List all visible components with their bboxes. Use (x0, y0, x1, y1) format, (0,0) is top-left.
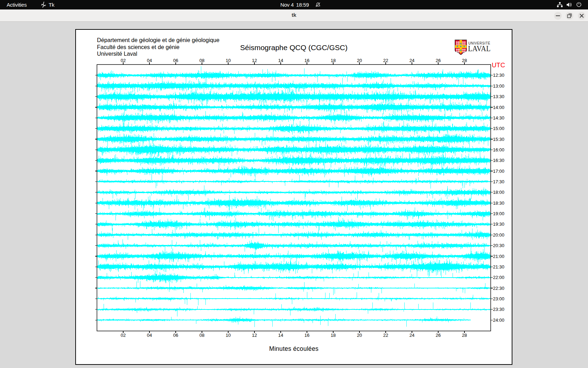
svg-text:20: 20 (357, 58, 362, 63)
svg-text:26: 26 (436, 333, 441, 338)
svg-text:Séismographe QCQ (CGC/GSC): Séismographe QCQ (CGC/GSC) (240, 43, 348, 52)
svg-text:04: 04 (147, 58, 152, 63)
svg-text:20: 20 (357, 333, 362, 338)
svg-text:10: 10 (226, 58, 231, 63)
svg-text:17:30: 17:30 (493, 179, 505, 184)
svg-text:14: 14 (278, 58, 283, 63)
svg-text:22:30: 22:30 (493, 286, 505, 291)
svg-text:21:30: 21:30 (493, 264, 505, 270)
svg-text:04: 04 (147, 333, 152, 338)
svg-text:16:00: 16:00 (493, 147, 505, 152)
svg-text:18:00: 18:00 (493, 190, 505, 195)
svg-text:06: 06 (173, 333, 178, 338)
svg-text:Université Laval: Université Laval (97, 50, 137, 57)
svg-text:13:30: 13:30 (493, 94, 505, 99)
svg-text:14:00: 14:00 (493, 105, 505, 110)
svg-text:12:30: 12:30 (493, 73, 505, 78)
svg-text:18:30: 18:30 (493, 200, 505, 206)
svg-text:21:00: 21:00 (493, 254, 505, 259)
svg-text:08: 08 (200, 333, 204, 338)
svg-text:18: 18 (331, 58, 336, 63)
svg-text:08: 08 (200, 58, 204, 63)
svg-text:02: 02 (121, 58, 126, 63)
svg-text:20:00: 20:00 (493, 232, 505, 238)
svg-text:17:00: 17:00 (493, 169, 505, 174)
svg-text:26: 26 (436, 58, 441, 63)
svg-text:20:30: 20:30 (493, 243, 505, 248)
svg-text:16: 16 (304, 333, 309, 338)
svg-text:12: 12 (252, 333, 257, 338)
svg-text:22: 22 (383, 58, 388, 63)
svg-text:24:00: 24:00 (493, 318, 505, 323)
svg-text:22:00: 22:00 (493, 275, 505, 280)
svg-text:15:30: 15:30 (493, 137, 505, 142)
svg-text:12: 12 (252, 58, 257, 63)
svg-text:23:30: 23:30 (493, 307, 505, 312)
svg-text:14: 14 (278, 333, 283, 338)
svg-text:16:30: 16:30 (493, 158, 505, 163)
svg-text:10: 10 (226, 333, 231, 338)
svg-text:22: 22 (383, 333, 388, 338)
svg-text:28: 28 (462, 333, 467, 338)
svg-text:18: 18 (331, 333, 336, 338)
svg-text:16: 16 (304, 58, 309, 63)
svg-text:LAVAL: LAVAL (468, 44, 491, 53)
svg-text:15:00: 15:00 (493, 126, 505, 131)
svg-text:24: 24 (410, 58, 414, 63)
svg-text:13:00: 13:00 (493, 83, 505, 89)
svg-text:19:00: 19:00 (493, 211, 505, 216)
svg-text:Département de géologie et de: Département de géologie et de génie géol… (97, 37, 219, 43)
svg-text:23:00: 23:00 (493, 296, 505, 301)
svg-text:19:30: 19:30 (493, 222, 505, 227)
svg-text:UTC: UTC (492, 61, 505, 69)
svg-text:14:30: 14:30 (493, 115, 505, 121)
svg-text:06: 06 (173, 58, 178, 63)
svg-text:Faculté des sciences et de gén: Faculté des sciences et de génie (97, 44, 180, 50)
svg-text:Minutes écoulées: Minutes écoulées (269, 345, 318, 352)
svg-text:24: 24 (410, 333, 414, 338)
svg-text:02: 02 (121, 333, 126, 338)
